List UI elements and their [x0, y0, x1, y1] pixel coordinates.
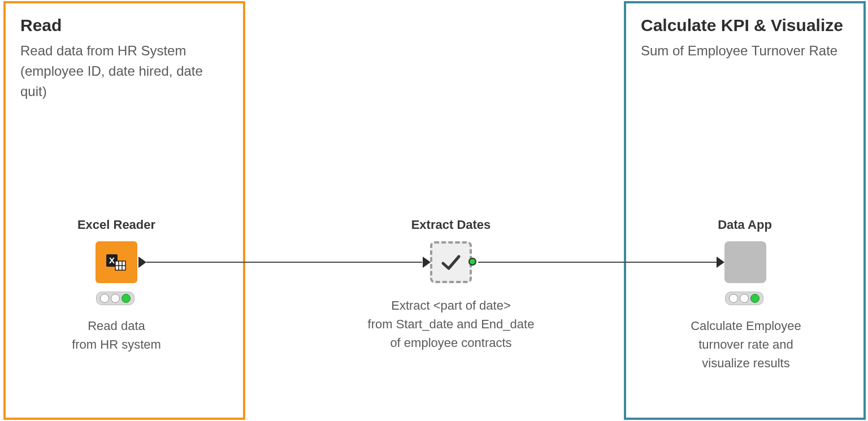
node-excel-reader-desc-line1: Read data — [88, 319, 145, 333]
node-data-app-desc: Calculate Employee turnover rate and vis… — [650, 316, 842, 372]
node-extract-dates-desc-line3: of employee contracts — [390, 336, 511, 350]
annotation-read[interactable]: Read Read data from HR System (employee … — [3, 1, 245, 420]
annotation-read-desc: Read data from HR System (employee ID, d… — [20, 41, 228, 102]
node-excel-reader-label: Excel Reader — [43, 218, 190, 232]
node-excel-reader-status — [96, 292, 134, 305]
node-extract-dates-desc: Extract <part of date> from Start_date a… — [355, 296, 547, 352]
extract-dates-output-port[interactable] — [468, 258, 476, 266]
node-extract-dates-desc-line2: from Start_date and End_date — [368, 317, 535, 331]
status-dot-idle — [740, 294, 749, 303]
node-excel-reader-desc: Read data from HR system — [20, 316, 212, 354]
node-data-app-desc-line2: turnover rate and — [698, 337, 793, 351]
node-extract-dates-desc-line1: Extract <part of date> — [391, 298, 511, 313]
extract-dates-input-port[interactable] — [423, 257, 431, 268]
svg-text:X: X — [109, 255, 115, 265]
status-dot-executed — [121, 294, 131, 303]
node-extract-dates-label: Extract Dates — [377, 218, 524, 232]
node-extract-dates[interactable] — [430, 241, 472, 283]
node-data-app-status — [725, 292, 763, 305]
annotation-calc-desc: Sum of Employee Turnover Rate — [641, 41, 849, 61]
node-data-app-desc-line3: visualize results — [702, 356, 789, 370]
node-excel-reader[interactable]: X — [96, 241, 137, 283]
status-dot-executed — [750, 294, 760, 303]
excel-icon: X — [105, 251, 128, 274]
annotation-calc-title: Calculate KPI & Visualize — [641, 16, 849, 35]
check-icon — [439, 250, 463, 275]
annotation-read-title: Read — [20, 16, 228, 35]
connection-extract-to-dataapp[interactable] — [478, 262, 717, 263]
status-dot-idle — [111, 294, 120, 303]
workflow-canvas[interactable]: Read Read data from HR System (employee … — [0, 0, 868, 421]
node-data-app-label: Data App — [671, 218, 818, 232]
status-dot-idle — [100, 294, 109, 303]
node-data-app-desc-line1: Calculate Employee — [691, 319, 801, 333]
status-dot-idle — [729, 294, 738, 303]
excel-reader-output-port[interactable] — [138, 257, 146, 268]
connection-excel-to-extract[interactable] — [146, 262, 422, 263]
data-app-input-port[interactable] — [717, 257, 724, 268]
node-data-app[interactable] — [724, 241, 766, 283]
node-excel-reader-desc-line2: from HR system — [72, 337, 161, 351]
